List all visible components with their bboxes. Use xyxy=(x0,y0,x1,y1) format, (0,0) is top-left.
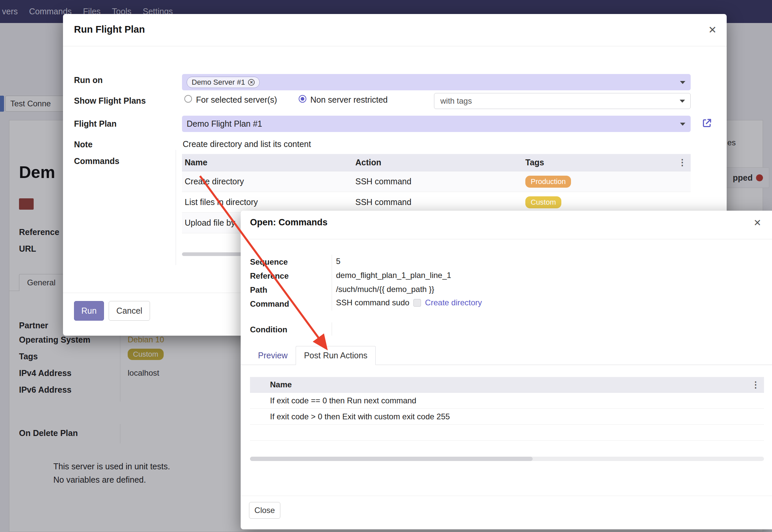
table-header-row: Name Action Tags ⋮ xyxy=(182,154,691,171)
reference-value: demo_flight_plan_1_plan_line_1 xyxy=(336,271,451,280)
header-divider xyxy=(241,239,772,239)
dialog-title: Run Flight Plan xyxy=(74,24,145,35)
note-value: Create directory and list its content xyxy=(183,139,311,149)
radio-non-server-restricted[interactable] xyxy=(299,95,306,103)
flight-plan-value: Demo Flight Plan #1 xyxy=(187,119,262,129)
kebab-menu-icon[interactable]: ⋮ xyxy=(674,157,691,168)
label-value-divider xyxy=(332,255,332,311)
column-action[interactable]: Action xyxy=(353,158,523,167)
sequence-label: Sequence xyxy=(250,257,288,267)
cell-name: List files in directory xyxy=(182,197,353,207)
sequence-value: 5 xyxy=(336,257,340,266)
flight-plan-select[interactable]: Demo Flight Plan #1 xyxy=(182,116,691,132)
cancel-button[interactable]: Cancel xyxy=(109,301,150,321)
label-value-divider xyxy=(332,322,332,336)
remove-chip-icon[interactable]: ✕ xyxy=(248,79,255,86)
radio-selected-servers[interactable] xyxy=(184,95,192,103)
tab-preview[interactable]: Preview xyxy=(250,346,296,365)
path-value: /such/much/{{ demo_path }} xyxy=(336,285,434,294)
table-row-empty xyxy=(250,425,764,441)
create-directory-link[interactable]: Create directory xyxy=(425,298,482,307)
close-icon[interactable]: ✕ xyxy=(708,25,717,35)
create-directory-checkbox[interactable] xyxy=(413,299,421,307)
chevron-down-icon xyxy=(680,123,685,126)
with-tags-value: with tags xyxy=(440,96,472,106)
condition-label: Condition xyxy=(250,325,287,334)
with-tags-select[interactable]: with tags xyxy=(434,93,691,109)
commands-label: Commands xyxy=(74,156,119,166)
radio-selected-servers-label[interactable]: For selected server(s) xyxy=(196,95,277,105)
column-tags[interactable]: Tags xyxy=(523,158,674,167)
cell-name: Create directory xyxy=(182,177,353,186)
horizontal-scrollbar[interactable] xyxy=(250,457,764,461)
column-name[interactable]: Name xyxy=(263,380,747,389)
reference-label: Reference xyxy=(250,271,289,281)
tag-production: Production xyxy=(525,176,571,188)
scrollbar-thumb[interactable] xyxy=(250,457,533,461)
server-chip-label: Demo Server #1 xyxy=(192,78,245,87)
table-row[interactable]: Create directory SSH command Production xyxy=(182,171,691,192)
radio-non-server-restricted-label[interactable]: Non server restricted xyxy=(310,95,388,105)
external-link-icon[interactable] xyxy=(702,118,712,128)
table-row[interactable]: If exit code == 0 then Run next command xyxy=(250,393,764,409)
server-chip[interactable]: Demo Server #1 ✕ xyxy=(187,77,260,88)
cell-name: If exit code > 0 then Exit with custom e… xyxy=(263,412,764,421)
run-on-label: Run on xyxy=(74,75,103,85)
path-label: Path xyxy=(250,285,267,295)
run-on-input[interactable]: Demo Server #1 ✕ xyxy=(182,74,691,90)
dialog-title: Open: Commands xyxy=(250,217,328,228)
footer-divider xyxy=(241,496,772,496)
close-button[interactable]: Close xyxy=(249,502,280,519)
content-divider xyxy=(176,150,176,265)
run-button[interactable]: Run xyxy=(74,301,104,321)
tabs-bar: Preview Post Run Actions xyxy=(241,346,772,365)
table-row[interactable]: If exit code > 0 then Exit with custom e… xyxy=(250,409,764,425)
kebab-menu-icon[interactable]: ⋮ xyxy=(747,380,764,390)
show-flight-plans-label: Show Flight Plans xyxy=(74,96,146,106)
cell-name: If exit code == 0 then Run next command xyxy=(263,396,764,405)
column-name[interactable]: Name xyxy=(182,158,353,167)
chevron-down-icon xyxy=(680,100,685,103)
command-value-row: SSH command sudo Create directory xyxy=(336,298,482,307)
cell-action: SSH command xyxy=(353,177,523,186)
cell-action: SSH command xyxy=(353,197,523,207)
chevron-down-icon xyxy=(680,81,685,84)
note-label: Note xyxy=(74,140,93,149)
tag-custom: Custom xyxy=(525,196,561,208)
command-value: SSH command sudo xyxy=(336,298,409,307)
tab-post-run-actions[interactable]: Post Run Actions xyxy=(296,346,376,365)
header-divider xyxy=(63,46,727,46)
open-commands-dialog: Open: Commands ✕ Sequence Reference Path… xyxy=(241,211,772,529)
command-label: Command xyxy=(250,299,289,309)
table-header-row: Name ⋮ xyxy=(250,377,764,393)
table-row[interactable]: List files in directory SSH command Cust… xyxy=(182,192,691,213)
close-icon[interactable]: ✕ xyxy=(754,218,761,228)
flight-plan-label: Flight Plan xyxy=(74,119,117,129)
post-run-actions-table: Name ⋮ If exit code == 0 then Run next c… xyxy=(250,377,764,441)
